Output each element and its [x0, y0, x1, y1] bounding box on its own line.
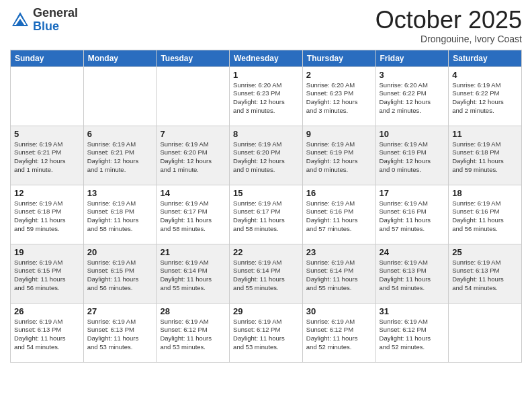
day-number: 7 [160, 129, 226, 139]
day-number: 5 [14, 129, 80, 139]
calendar-cell [449, 303, 522, 362]
title-block: October 2025 Drongouine, Ivory Coast [375, 7, 522, 44]
day-info: Sunrise: 6:19 AM Sunset: 6:19 PM Dayligh… [306, 140, 372, 175]
calendar-cell: 2Sunrise: 6:20 AM Sunset: 6:23 PM Daylig… [302, 66, 375, 126]
calendar-cell: 16Sunrise: 6:19 AM Sunset: 6:16 PM Dayli… [302, 185, 375, 244]
day-number: 25 [452, 247, 518, 257]
day-info: Sunrise: 6:19 AM Sunset: 6:12 PM Dayligh… [306, 318, 372, 352]
calendar-cell [157, 66, 230, 126]
day-info: Sunrise: 6:20 AM Sunset: 6:22 PM Dayligh… [380, 81, 445, 116]
day-number: 28 [160, 306, 226, 316]
calendar-cell: 18Sunrise: 6:19 AM Sunset: 6:16 PM Dayli… [449, 185, 522, 244]
calendar-cell: 7Sunrise: 6:19 AM Sunset: 6:20 PM Daylig… [157, 126, 230, 185]
day-number: 14 [160, 188, 226, 198]
day-info: Sunrise: 6:19 AM Sunset: 6:18 PM Dayligh… [87, 199, 153, 234]
day-info: Sunrise: 6:19 AM Sunset: 6:21 PM Dayligh… [14, 140, 80, 175]
day-number: 22 [233, 247, 299, 257]
day-number: 21 [160, 247, 226, 257]
calendar-cell: 4Sunrise: 6:19 AM Sunset: 6:22 PM Daylig… [449, 66, 522, 126]
day-info: Sunrise: 6:19 AM Sunset: 6:14 PM Dayligh… [306, 259, 372, 293]
calendar-cell: 22Sunrise: 6:19 AM Sunset: 6:14 PM Dayli… [230, 244, 303, 303]
day-info: Sunrise: 6:19 AM Sunset: 6:12 PM Dayligh… [380, 318, 445, 352]
calendar-cell: 20Sunrise: 6:19 AM Sunset: 6:15 PM Dayli… [83, 244, 157, 303]
calendar-cell: 11Sunrise: 6:19 AM Sunset: 6:18 PM Dayli… [449, 126, 522, 185]
page-header: General Blue October 2025 Drongouine, Iv… [10, 7, 522, 44]
day-info: Sunrise: 6:19 AM Sunset: 6:20 PM Dayligh… [160, 140, 226, 175]
calendar-cell: 17Sunrise: 6:19 AM Sunset: 6:16 PM Dayli… [375, 185, 449, 244]
calendar-cell: 25Sunrise: 6:19 AM Sunset: 6:13 PM Dayli… [449, 244, 522, 303]
day-info: Sunrise: 6:19 AM Sunset: 6:17 PM Dayligh… [160, 199, 226, 234]
calendar-cell: 19Sunrise: 6:19 AM Sunset: 6:15 PM Dayli… [11, 244, 84, 303]
day-info: Sunrise: 6:19 AM Sunset: 6:13 PM Dayligh… [14, 318, 80, 352]
day-number: 10 [380, 129, 445, 139]
day-number: 27 [87, 306, 153, 316]
day-info: Sunrise: 6:19 AM Sunset: 6:13 PM Dayligh… [452, 259, 518, 293]
day-number: 30 [306, 306, 372, 316]
day-number: 13 [87, 188, 153, 198]
day-info: Sunrise: 6:19 AM Sunset: 6:22 PM Dayligh… [452, 81, 518, 116]
day-info: Sunrise: 6:19 AM Sunset: 6:17 PM Dayligh… [233, 199, 299, 234]
day-number: 20 [87, 247, 153, 257]
calendar-week-4: 19Sunrise: 6:19 AM Sunset: 6:15 PM Dayli… [11, 244, 522, 303]
calendar-cell: 29Sunrise: 6:19 AM Sunset: 6:12 PM Dayli… [230, 303, 303, 362]
calendar-cell [11, 66, 84, 126]
day-info: Sunrise: 6:19 AM Sunset: 6:16 PM Dayligh… [452, 199, 518, 234]
month-title: October 2025 [375, 7, 522, 34]
day-number: 23 [306, 247, 372, 257]
day-number: 15 [233, 188, 299, 198]
day-info: Sunrise: 6:19 AM Sunset: 6:20 PM Dayligh… [233, 140, 299, 175]
day-number: 9 [306, 129, 372, 139]
calendar-cell: 21Sunrise: 6:19 AM Sunset: 6:14 PM Dayli… [157, 244, 230, 303]
day-info: Sunrise: 6:19 AM Sunset: 6:13 PM Dayligh… [87, 318, 153, 352]
calendar-cell: 31Sunrise: 6:19 AM Sunset: 6:12 PM Dayli… [375, 303, 449, 362]
day-number: 1 [233, 70, 299, 80]
weekday-header-saturday: Saturday [449, 50, 522, 66]
calendar: SundayMondayTuesdayWednesdayThursdayFrid… [10, 50, 522, 363]
logo-icon [10, 10, 30, 30]
calendar-cell: 12Sunrise: 6:19 AM Sunset: 6:18 PM Dayli… [11, 185, 84, 244]
calendar-cell: 9Sunrise: 6:19 AM Sunset: 6:19 PM Daylig… [302, 126, 375, 185]
calendar-header-row: SundayMondayTuesdayWednesdayThursdayFrid… [11, 50, 522, 66]
day-info: Sunrise: 6:19 AM Sunset: 6:13 PM Dayligh… [380, 259, 445, 293]
day-number: 31 [380, 306, 445, 316]
day-number: 8 [233, 129, 299, 139]
day-info: Sunrise: 6:19 AM Sunset: 6:12 PM Dayligh… [160, 318, 226, 352]
day-number: 2 [306, 70, 372, 80]
calendar-cell: 27Sunrise: 6:19 AM Sunset: 6:13 PM Dayli… [83, 303, 157, 362]
calendar-cell: 5Sunrise: 6:19 AM Sunset: 6:21 PM Daylig… [11, 126, 84, 185]
calendar-cell: 6Sunrise: 6:19 AM Sunset: 6:21 PM Daylig… [83, 126, 157, 185]
day-info: Sunrise: 6:19 AM Sunset: 6:15 PM Dayligh… [87, 259, 153, 293]
day-number: 19 [14, 247, 80, 257]
day-info: Sunrise: 6:19 AM Sunset: 6:21 PM Dayligh… [87, 140, 153, 175]
calendar-cell: 3Sunrise: 6:20 AM Sunset: 6:22 PM Daylig… [375, 66, 449, 126]
day-number: 3 [380, 70, 445, 80]
day-number: 17 [380, 188, 445, 198]
calendar-cell: 8Sunrise: 6:19 AM Sunset: 6:20 PM Daylig… [230, 126, 303, 185]
calendar-cell: 14Sunrise: 6:19 AM Sunset: 6:17 PM Dayli… [157, 185, 230, 244]
calendar-cell: 10Sunrise: 6:19 AM Sunset: 6:19 PM Dayli… [375, 126, 449, 185]
day-info: Sunrise: 6:19 AM Sunset: 6:16 PM Dayligh… [380, 199, 445, 234]
day-info: Sunrise: 6:20 AM Sunset: 6:23 PM Dayligh… [306, 81, 372, 116]
location: Drongouine, Ivory Coast [375, 34, 522, 44]
day-number: 4 [452, 70, 518, 80]
logo: General Blue [10, 7, 78, 34]
day-info: Sunrise: 6:19 AM Sunset: 6:15 PM Dayligh… [14, 259, 80, 293]
day-number: 6 [87, 129, 153, 139]
day-info: Sunrise: 6:19 AM Sunset: 6:14 PM Dayligh… [233, 259, 299, 293]
calendar-week-2: 5Sunrise: 6:19 AM Sunset: 6:21 PM Daylig… [11, 126, 522, 185]
day-info: Sunrise: 6:19 AM Sunset: 6:14 PM Dayligh… [160, 259, 226, 293]
day-number: 12 [14, 188, 80, 198]
calendar-cell: 1Sunrise: 6:20 AM Sunset: 6:23 PM Daylig… [230, 66, 303, 126]
calendar-cell: 28Sunrise: 6:19 AM Sunset: 6:12 PM Dayli… [157, 303, 230, 362]
day-number: 24 [380, 247, 445, 257]
calendar-cell: 23Sunrise: 6:19 AM Sunset: 6:14 PM Dayli… [302, 244, 375, 303]
calendar-cell: 13Sunrise: 6:19 AM Sunset: 6:18 PM Dayli… [83, 185, 157, 244]
day-info: Sunrise: 6:19 AM Sunset: 6:16 PM Dayligh… [306, 199, 372, 234]
weekday-header-sunday: Sunday [11, 50, 84, 66]
day-info: Sunrise: 6:20 AM Sunset: 6:23 PM Dayligh… [233, 81, 299, 116]
calendar-week-3: 12Sunrise: 6:19 AM Sunset: 6:18 PM Dayli… [11, 185, 522, 244]
weekday-header-thursday: Thursday [302, 50, 375, 66]
weekday-header-tuesday: Tuesday [157, 50, 230, 66]
logo-blue: Blue [33, 19, 59, 33]
calendar-cell: 24Sunrise: 6:19 AM Sunset: 6:13 PM Dayli… [375, 244, 449, 303]
